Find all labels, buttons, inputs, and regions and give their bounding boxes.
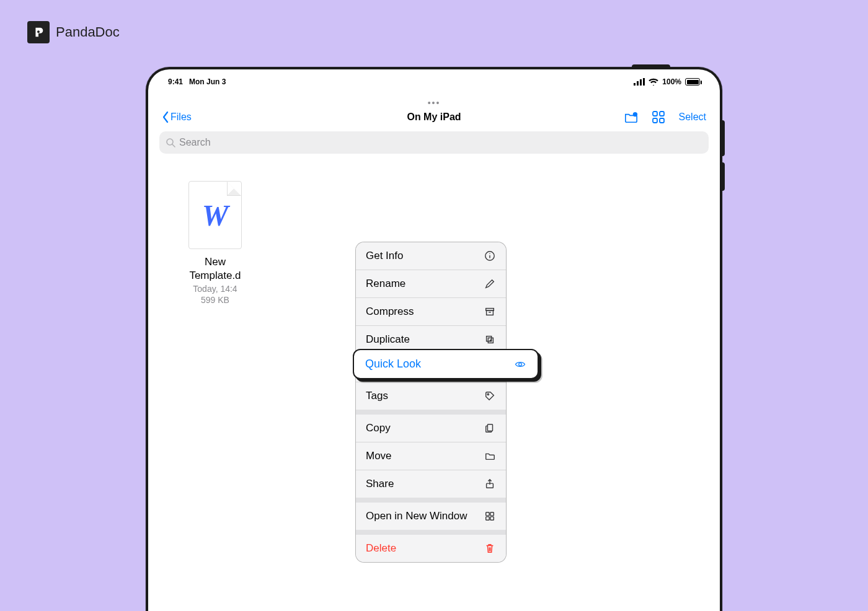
file-modified: Today, 14:4 (178, 284, 252, 294)
page-title: On My iPad (407, 112, 461, 123)
menu-rename[interactable]: Rename (356, 270, 506, 297)
menu-label: Move (366, 450, 392, 462)
svg-point-13 (489, 253, 490, 254)
view-options-button[interactable] (652, 110, 665, 124)
svg-rect-6 (660, 112, 664, 116)
grid-icon (484, 510, 496, 522)
status-right: 100% (634, 77, 700, 86)
pandadoc-mark-icon (27, 21, 50, 43)
device-volume-up-button (720, 120, 725, 156)
svg-point-30 (519, 363, 522, 366)
pencil-icon (484, 278, 496, 290)
svg-rect-2 (640, 79, 642, 86)
menu-label: Open in New Window (366, 510, 467, 522)
grabber-indicator: ••• (151, 98, 717, 108)
file-thumbnail: W (188, 181, 242, 249)
file-item[interactable]: W New Template.d Today, 14:4 599 KB (178, 181, 252, 305)
pandadoc-logo: PandaDoc (27, 21, 120, 43)
pandadoc-wordmark: PandaDoc (56, 24, 120, 40)
menu-label: Compress (366, 306, 414, 318)
eye-icon (514, 358, 526, 371)
status-bar: 9:41 Mon Jun 3 100% (151, 74, 717, 89)
cellular-signal-icon (634, 78, 645, 86)
device-volume-down-button (720, 162, 725, 191)
svg-rect-5 (653, 112, 657, 116)
search-field[interactable]: Search (159, 131, 709, 154)
menu-label: Duplicate (366, 333, 410, 346)
svg-rect-7 (653, 118, 657, 123)
copy-icon (484, 422, 496, 434)
wifi-icon (649, 78, 658, 86)
svg-rect-22 (487, 424, 492, 431)
svg-rect-26 (486, 517, 489, 520)
menu-compress[interactable]: Compress (356, 297, 506, 325)
search-placeholder: Search (179, 137, 211, 148)
menu-label: Delete (366, 542, 396, 555)
ipad-device-frame: 9:41 Mon Jun 3 100% ••• Files (146, 67, 722, 611)
grid-icon (652, 110, 665, 124)
svg-rect-1 (637, 81, 639, 86)
quick-look-highlight: Quick Look (353, 349, 539, 379)
select-button[interactable]: Select (679, 112, 706, 123)
svg-rect-24 (486, 512, 489, 516)
word-doc-icon: W (202, 198, 229, 232)
archive-icon (484, 306, 496, 318)
svg-rect-0 (634, 83, 636, 86)
status-date: Mon Jun 3 (189, 77, 226, 86)
status-time-date: 9:41 Mon Jun 3 (168, 77, 226, 86)
navigation-bar: Files On My iPad Select (151, 108, 717, 129)
back-label: Files (170, 112, 192, 123)
svg-rect-15 (487, 310, 494, 315)
trash-icon (484, 542, 496, 555)
menu-label: Share (366, 478, 394, 490)
menu-label: Quick Look (365, 358, 421, 371)
chevron-left-icon (162, 112, 169, 123)
menu-label: Get Info (366, 250, 403, 262)
menu-delete[interactable]: Delete (356, 535, 506, 562)
svg-rect-3 (643, 78, 645, 86)
menu-tags[interactable]: Tags (356, 382, 506, 410)
status-time: 9:41 (168, 77, 183, 86)
file-size: 599 KB (178, 295, 252, 305)
folder-icon (484, 450, 496, 462)
search-icon (166, 138, 175, 147)
menu-copy[interactable]: Copy (356, 415, 506, 442)
svg-point-4 (632, 112, 637, 116)
file-name-line1: New (178, 255, 252, 269)
share-icon (484, 478, 496, 490)
menu-quick-look[interactable]: Quick Look (353, 349, 539, 379)
menu-get-info[interactable]: Get Info (356, 242, 506, 270)
file-name-line2: Template.d (178, 269, 252, 283)
info-icon (484, 250, 496, 262)
device-power-button (632, 64, 670, 69)
battery-icon (685, 78, 700, 86)
back-button[interactable]: Files (162, 112, 192, 123)
menu-label: Rename (366, 278, 405, 290)
folder-badge-icon (624, 112, 638, 123)
svg-rect-27 (490, 517, 494, 520)
menu-label: Copy (366, 422, 391, 434)
battery-percent: 100% (662, 77, 681, 86)
new-folder-button[interactable] (624, 110, 638, 124)
svg-line-10 (172, 144, 175, 147)
svg-rect-25 (490, 512, 494, 516)
menu-move[interactable]: Move (356, 442, 506, 470)
svg-rect-8 (660, 118, 664, 123)
menu-label: Tags (366, 390, 388, 402)
context-menu: Get Info Rename Compress Duplicate Tags (355, 242, 507, 563)
menu-open-new-window[interactable]: Open in New Window (356, 503, 506, 530)
tag-icon (484, 390, 496, 402)
duplicate-icon (484, 333, 496, 346)
menu-share[interactable]: Share (356, 470, 506, 498)
svg-point-21 (487, 393, 489, 395)
